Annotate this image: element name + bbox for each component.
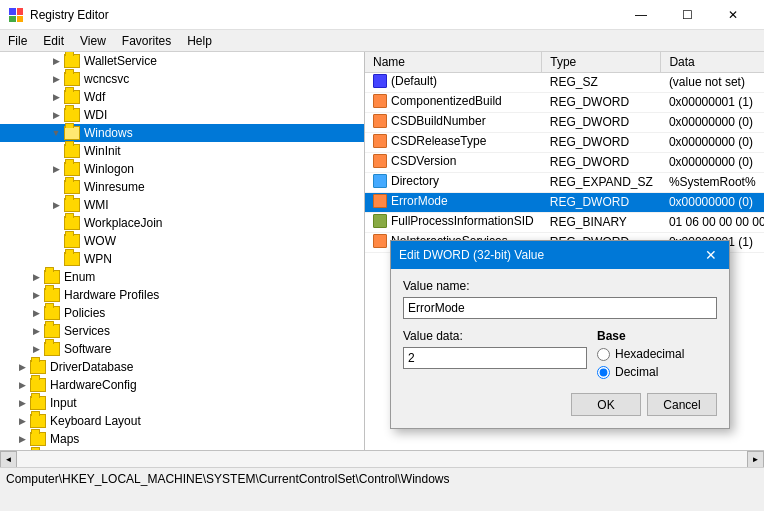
dialog-buttons: OK Cancel — [403, 389, 717, 418]
cancel-button[interactable]: Cancel — [647, 393, 717, 416]
value-data-section: Value data: — [403, 329, 587, 379]
value-name-label: Value name: — [403, 279, 717, 293]
edit-dword-dialog: Edit DWORD (32-bit) Value ✕ Value name: … — [390, 240, 730, 429]
radio-hexadecimal-label: Hexadecimal — [615, 347, 684, 361]
base-label: Base — [597, 329, 717, 343]
radio-hexadecimal[interactable]: Hexadecimal — [597, 347, 717, 361]
base-section: Base Hexadecimal Decimal — [597, 329, 717, 379]
value-name-input[interactable] — [403, 297, 717, 319]
value-data-input[interactable] — [403, 347, 587, 369]
radio-hexadecimal-input[interactable] — [597, 348, 610, 361]
radio-decimal-label: Decimal — [615, 365, 658, 379]
dialog-close-button[interactable]: ✕ — [701, 245, 721, 265]
radio-decimal[interactable]: Decimal — [597, 365, 717, 379]
dialog-title: Edit DWORD (32-bit) Value — [399, 248, 544, 262]
dialog-body: Value name: Value data: Base Hexadecimal — [391, 269, 729, 428]
base-radio-group: Hexadecimal Decimal — [597, 347, 717, 379]
radio-decimal-input[interactable] — [597, 366, 610, 379]
ok-button[interactable]: OK — [571, 393, 641, 416]
dialog-title-bar: Edit DWORD (32-bit) Value ✕ — [391, 241, 729, 269]
dialog-overlay: Edit DWORD (32-bit) Value ✕ Value name: … — [0, 0, 764, 511]
value-data-label: Value data: — [403, 329, 587, 343]
dialog-data-row: Value data: Base Hexadecimal Decimal — [403, 329, 717, 379]
